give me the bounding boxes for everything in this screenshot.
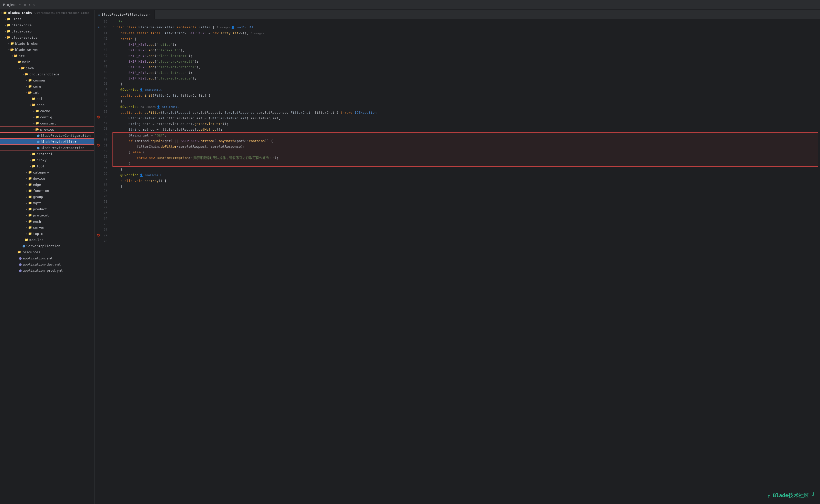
minimize-icon[interactable]: — [38, 3, 40, 7]
sidebar-item-tool[interactable]: ▸📁tool [0, 163, 94, 169]
author-meta[interactable]: 👤 smallchill [231, 26, 253, 29]
code-line-64: String path = httpServletRequest.getServ… [112, 121, 818, 127]
line-number-73: 73 [97, 210, 107, 216]
tree-item-label: proxy [37, 158, 47, 162]
line-number-63: 63 [97, 154, 107, 159]
sidebar-item-product[interactable]: ▸📁product [0, 206, 94, 212]
sidebar-item-blade-service[interactable]: ▾📂blade-service [0, 34, 94, 40]
sidebar-item-edge[interactable]: ▸📁edge [0, 181, 94, 188]
sidebar-item-server[interactable]: ▸📁server [0, 224, 94, 231]
folder-icon: 📁 [28, 213, 32, 217]
tree-item-label: group [33, 195, 43, 199]
chevron-icon: ▸ [26, 79, 28, 82]
tab-close-icon[interactable]: ✕ [149, 13, 151, 16]
sidebar-item-device[interactable]: ▸📁device [0, 175, 94, 181]
tree-item-label: src [19, 54, 25, 58]
sidebar-item-category[interactable]: ▸📁category [0, 169, 94, 175]
sidebar-item-common[interactable]: ▸📁common [0, 77, 94, 83]
sidebar-item-core[interactable]: ▸📁core [0, 83, 94, 89]
sidebar-item-topic[interactable]: ▸📁topic [0, 231, 94, 237]
tree-item-label: BladePreviewProperties [41, 146, 85, 150]
sidebar-item-BladePreviewFilter[interactable]: ⬤BladePreviewFilter [0, 139, 94, 145]
sidebar-item-idea[interactable]: ▸📁.idea [0, 16, 94, 22]
line-number-61: 🫘61 [97, 143, 107, 148]
tab-BladePreviewFilter[interactable]: ☕ BladePreviewFilter.java ✕ [95, 10, 155, 19]
sidebar-item-application-dev.yml[interactable]: ⬤application-dev.yml [0, 261, 94, 267]
close-icon[interactable]: ✕ [33, 3, 35, 7]
tree-item-label: api [37, 97, 42, 101]
sidebar-item-application.yml[interactable]: ⬤application.yml [0, 255, 94, 261]
folder-icon: 📂 [32, 103, 36, 107]
sidebar-item-protocol2[interactable]: ▸📁protocol [0, 212, 94, 218]
code-line-46: SKIP_KEYS.add("blade-auth"); [112, 48, 818, 53]
tree-item-label: server [33, 226, 45, 230]
sidebar-item-blade-server[interactable]: ▾📂blade-server [0, 47, 94, 53]
sidebar-item-blade-broker[interactable]: ▸📁blade-broker [0, 40, 94, 47]
brand-corner-br: ┘ [812, 492, 815, 498]
code-line-70: } else { [112, 150, 818, 155]
tree-item-label: device [33, 177, 45, 180]
folder-icon: 📁 [7, 29, 10, 33]
project-dropdown-icon[interactable]: ▾ [19, 3, 21, 6]
brand-watermark: ┌ Blade技术社区 ┘ [767, 492, 815, 499]
sidebar-item-blade-core[interactable]: ▸📁blade-core [0, 22, 94, 28]
code-line-55: @Override👤 smallchill [112, 87, 818, 93]
chevron-icon: ▸ [30, 165, 31, 168]
sync-icon[interactable]: ↕ [29, 3, 31, 7]
folder-icon: 📁 [28, 189, 32, 192]
sidebar-item-BladePreviewProperties[interactable]: ⬤BladePreviewProperties [0, 145, 94, 151]
file-java-icon: ⬤ [37, 146, 40, 149]
sidebar-item-api[interactable]: ▸📁api [0, 96, 94, 102]
sidebar-item-java[interactable]: ▾📂java [0, 65, 94, 71]
chevron-icon: ▸ [26, 177, 28, 180]
tree-item-label: application.yml [23, 256, 53, 260]
sidebar-item-push[interactable]: ▸📁push [0, 218, 94, 224]
tree-item-label: resources [22, 250, 40, 254]
sidebar-item-proxy[interactable]: ▸📁proxy [0, 157, 94, 163]
code-line-52: } [112, 81, 818, 87]
file-java-icon: ⬤ [37, 134, 40, 137]
line-number-64: 64 [97, 159, 107, 165]
line-number-70: 70 [97, 193, 107, 199]
sidebar-item-src[interactable]: ▾📂src [0, 53, 94, 59]
sidebar-item-resources[interactable]: ▾📂resources [0, 249, 94, 255]
project-label[interactable]: Project [3, 3, 17, 7]
code-line-65: String method = httpServletRequest.getMe… [112, 127, 818, 132]
sidebar-item-group[interactable]: ▸📁group [0, 194, 94, 200]
line-number-40: ☕40 [97, 25, 107, 30]
sidebar-item-preview[interactable]: ▾📂preview [0, 126, 94, 132]
code-line-51: SKIP_KEYS.add("blade-iot/device"); [112, 76, 818, 81]
author-meta[interactable]: 👤 smallchill [157, 105, 179, 109]
file-java-icon: ⬤ [37, 140, 40, 143]
sidebar-item-base[interactable]: ▾📂base [0, 102, 94, 108]
chevron-icon: ▸ [26, 196, 28, 198]
sidebar-item-config[interactable]: ▸📁config [0, 114, 94, 120]
sidebar-item-application-prod.yml[interactable]: ⬤application-prod.yml [0, 267, 94, 273]
tree-item-label: blade-demo [12, 29, 31, 33]
author-meta[interactable]: 👤 smallchill [140, 174, 162, 177]
code-line-77: public void destroy() { [112, 178, 818, 184]
line-number-65: 65 [97, 165, 107, 171]
sidebar-item-function[interactable]: ▸📁function [0, 188, 94, 194]
sidebar-item-bladex-links[interactable]: ▾📁BladeX-Links~/Workspaces/product/Blade… [0, 10, 94, 16]
sidebar-item-protocol[interactable]: ▸📁protocol [0, 151, 94, 157]
folder-icon: 📁 [32, 152, 36, 156]
sidebar-item-main[interactable]: ▾📂main [0, 59, 94, 65]
author-meta[interactable]: 👤 smallchill [140, 88, 162, 91]
sidebar-item-ServerApplication[interactable]: ⬤ServerApplication [0, 243, 94, 249]
line-number-50: 50 [97, 81, 107, 86]
usages-meta: no usages [141, 105, 156, 109]
folder-icon: 📁 [7, 17, 10, 21]
sidebar-item-org-springblade[interactable]: ▾📂org.springblade [0, 71, 94, 77]
sidebar-item-constant[interactable]: ▸📁constant [0, 120, 94, 126]
sidebar-item-cache[interactable]: ▸📁cache [0, 108, 94, 114]
settings-icon[interactable]: ⚙ [24, 3, 26, 7]
sidebar-item-mqtt[interactable]: ▸📁mqtt [0, 200, 94, 206]
sidebar-item-modules[interactable]: ▸📁modules [0, 237, 94, 243]
code-line-47: SKIP_KEYS.add("blade-iot/mqtt"); [112, 53, 818, 59]
sidebar-item-BladePreviewConfiguration[interactable]: ⬤BladePreviewConfiguration [0, 132, 94, 139]
code-line-44: static { [112, 36, 818, 42]
folder-icon: 📁 [35, 115, 39, 119]
sidebar-item-blade-demo[interactable]: ▸📁blade-demo [0, 28, 94, 34]
sidebar-item-iot[interactable]: ▾📂iot [0, 89, 94, 96]
